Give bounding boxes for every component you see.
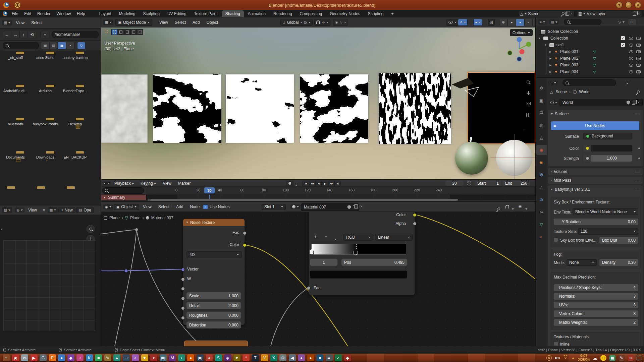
menu-item[interactable]: File <box>9 11 21 16</box>
blender-menu-icon[interactable] <box>3 11 7 16</box>
image-selector[interactable]: ▦ <box>48 207 58 213</box>
end-frame-field[interactable]: End250 <box>502 181 530 186</box>
pivot-point-dropdown[interactable]: ◎ <box>302 19 313 26</box>
noise-value-field[interactable]: Scale1.000 <box>186 292 241 299</box>
viewport-canvas[interactable]: Options User Perspective (30) set2 | Pla… <box>101 27 535 179</box>
taskbar-app-icon[interactable]: ● <box>187 354 194 361</box>
noise-value-field[interactable]: Detail2.000 <box>186 302 241 309</box>
folder-item[interactable]: acers3fand <box>30 54 61 60</box>
menu-item[interactable]: Help <box>74 11 88 16</box>
folder-item[interactable]: _cb_stuff <box>0 54 31 60</box>
summary-channel[interactable]: ▼Summary <box>101 195 146 200</box>
ramp-remove-stop-button[interactable]: − <box>322 234 330 239</box>
shading-dropdown[interactable] <box>533 19 535 26</box>
taskbar-app-icon[interactable]: ▲ <box>113 354 120 361</box>
workspace-tab[interactable]: Texture Paint <box>191 10 221 17</box>
hide-eye-icon[interactable] <box>629 64 633 67</box>
taskbar-app-icon[interactable]: K <box>86 354 93 361</box>
workspace-tab[interactable]: Sculpting <box>140 10 163 17</box>
path-field[interactable]: /home/amalie/ <box>52 31 99 38</box>
use-nodes-button[interactable]: ◉ Use Nodes <box>551 121 639 130</box>
tab-object[interactable]: ■ <box>536 157 547 167</box>
mist-pass-panel-header[interactable]: ›Mist Pass:::: <box>548 177 643 184</box>
orientation-dropdown[interactable]: ⟂Global <box>280 19 305 26</box>
partial-node-header[interactable] <box>184 341 248 346</box>
auto-key-record-button[interactable] <box>286 181 294 186</box>
taskbar-app-icon[interactable]: ■ <box>95 354 102 361</box>
editor-type-file-browser[interactable]: ▤ <box>2 20 12 25</box>
render-camera-icon[interactable] <box>636 50 641 53</box>
new-collection-button[interactable]: ⊞ <box>628 18 636 26</box>
hide-eye-icon[interactable] <box>629 70 633 73</box>
breadcrumb-scene[interactable]: Scene <box>555 89 567 94</box>
taskbar-app-icon[interactable]: □ <box>123 354 130 361</box>
filter-button[interactable]: ▽ <box>77 42 86 49</box>
outliner-display-mode[interactable]: ▥ <box>549 19 559 24</box>
exclude-checkbox[interactable]: ✓ <box>621 36 625 40</box>
noise-value-field[interactable]: Distortion0.000 <box>186 321 241 328</box>
file-menu-view[interactable]: View <box>13 20 28 25</box>
keyboard-layout[interactable]: us <box>555 355 560 360</box>
ramp-color-mode-dropdown[interactable]: RGB <box>343 234 373 241</box>
select-intersect-button[interactable] <box>137 29 143 35</box>
breadcrumb-world[interactable]: World <box>579 89 589 94</box>
close-button[interactable]: × <box>635 2 641 8</box>
view-detail-button[interactable]: ▥ <box>49 42 58 49</box>
timeline-menu-keying[interactable]: Keying <box>138 181 159 186</box>
select-subtract-button[interactable] <box>124 29 130 35</box>
editor-type-outliner[interactable]: ≡ <box>538 19 547 24</box>
folder-item[interactable]: ↓ Downloads <box>30 153 61 159</box>
taskbar-app-icon[interactable]: ◀ <box>289 354 296 361</box>
pivot-dropdown[interactable]: ◎ <box>15 207 24 213</box>
taskbar-app-icon[interactable]: ◉ <box>12 354 19 361</box>
expand-arrow[interactable]: ▼ <box>544 44 547 47</box>
taskbar-app-icon[interactable]: + <box>178 354 185 361</box>
editor-type-image[interactable]: ▨ <box>2 207 12 213</box>
viewport-ortho-icon[interactable] <box>526 113 530 117</box>
nav-up-button[interactable]: ↑ <box>19 31 28 38</box>
hide-eye-icon[interactable] <box>629 37 633 40</box>
breadcrumb-material[interactable]: Material.007 <box>151 216 173 220</box>
viewport-menu-object[interactable]: Object <box>203 20 221 25</box>
snap-toggle[interactable]: ⊦⊦ <box>314 19 330 26</box>
breadcrumb-object[interactable]: Plane <box>109 216 120 220</box>
play-button[interactable]: ▶ <box>322 181 328 186</box>
tab-world[interactable]: ◉ <box>536 145 547 155</box>
menu-item[interactable]: Window <box>53 11 74 16</box>
taskbar-app-icon[interactable]: ≡ <box>3 354 10 361</box>
tools-tray-icon[interactable]: ✎ <box>619 355 625 361</box>
new-viewlayer-icon[interactable] <box>633 12 636 16</box>
taskbar-app-icon[interactable]: ♦ <box>206 354 213 361</box>
xray-toggle[interactable]: 回 <box>488 19 495 26</box>
folder-item[interactable]: ▦ Desktop <box>60 120 91 126</box>
noise-distortion-socket[interactable] <box>181 316 185 320</box>
material-browse-dropdown[interactable] <box>290 204 301 209</box>
hide-eye-icon[interactable] <box>629 44 633 47</box>
unlink-world-icon[interactable]: × <box>637 100 640 105</box>
properties-options-dropdown[interactable] <box>626 80 628 85</box>
visibility-dropdown[interactable] <box>446 19 459 26</box>
properties-search-input[interactable] <box>562 79 616 86</box>
taskbar-app-icon[interactable]: ▣ <box>197 354 204 361</box>
shader-type-dropdown[interactable]: ▣Object <box>114 204 139 210</box>
workspace-tab[interactable]: + <box>388 10 397 17</box>
viewport-zoom-icon[interactable] <box>527 80 530 83</box>
timeline-scrollbar[interactable] <box>148 199 458 201</box>
render-camera-icon[interactable] <box>636 37 641 40</box>
tab-modifiers[interactable]: ⚙ <box>536 170 547 180</box>
taskbar-app-icon[interactable]: ■ <box>316 354 323 361</box>
tab-physics[interactable]: ⊚ <box>536 194 547 204</box>
editor-type-properties[interactable]: ☷ <box>548 80 558 85</box>
folder-item[interactable]: bluetooth <box>0 120 31 126</box>
shading-wireframe-button[interactable]: ⊕ <box>499 19 507 26</box>
precision-slider[interactable]: Matrix Weights:2 <box>554 319 638 326</box>
world-preview-sphere[interactable] <box>455 142 488 175</box>
dictionary-tray-icon[interactable]: a <box>628 355 634 361</box>
ramp-position-field[interactable]: Pos0.495 <box>341 259 407 266</box>
box-blur-slider[interactable]: Box Blur0.00 <box>599 237 638 244</box>
textured-plane-1[interactable] <box>101 74 148 143</box>
surface-value-dropdown[interactable]: Background <box>583 133 632 139</box>
fog-density-slider[interactable]: Density0.30 <box>599 259 638 266</box>
navigation-gizmo[interactable] <box>502 32 535 66</box>
folder-item[interactable]: ▤ Documents <box>0 153 31 159</box>
